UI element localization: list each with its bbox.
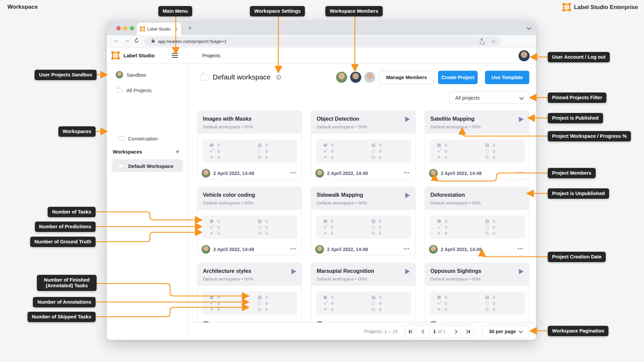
project-workspace-progress: Default workspace • 00% xyxy=(430,277,524,282)
predictions-icon: + xyxy=(323,301,328,306)
project-menu-icon[interactable]: ••• xyxy=(518,170,524,175)
maximize-window-button[interactable] xyxy=(130,26,134,31)
annotations-icon xyxy=(258,149,262,154)
stat-tasks: 0 xyxy=(210,294,258,300)
finished-tasks-icon: ✓ xyxy=(371,295,376,300)
workspace-member-avatar[interactable] xyxy=(336,72,347,83)
pinned-projects-filter[interactable]: All projects xyxy=(449,91,529,104)
project-card[interactable]: Opposum Sightings Default workspace • 00… xyxy=(425,263,529,322)
add-workspace-button[interactable]: + xyxy=(175,148,179,156)
project-card[interactable]: Satellite Mapping Default workspace • 00… xyxy=(425,111,529,179)
stat-predictions: +0 xyxy=(437,224,485,230)
project-card[interactable]: Sidewalk Mapping Default workspace • 00%… xyxy=(311,187,416,255)
project-creator-avatar xyxy=(429,169,438,178)
sidebar-item-default-workspace[interactable]: Default Workspace xyxy=(112,159,183,172)
tab-strip-chevron-icon[interactable] xyxy=(527,25,531,30)
user-account-avatar[interactable] xyxy=(519,50,530,61)
reload-icon[interactable] xyxy=(135,39,139,43)
enterprise-brand: Label Studio Enterprise xyxy=(563,4,638,11)
project-card[interactable]: Images with Masks Default workspace • 00… xyxy=(197,111,302,179)
project-creation-date: 2 April 2022, 14:48 xyxy=(327,171,368,176)
last-page-button[interactable] xyxy=(462,325,474,338)
project-card[interactable]: Architecture styles Default workspace • … xyxy=(197,263,302,322)
stat-finished: ✓0 xyxy=(485,218,525,224)
first-page-button[interactable] xyxy=(405,325,418,338)
sidebar-item-all-projects[interactable]: All Projects xyxy=(116,87,152,93)
use-template-button[interactable]: Use Template xyxy=(485,71,529,84)
stat-finished: ✓0 xyxy=(371,294,412,300)
skipped-tasks-icon xyxy=(371,155,376,160)
project-card-footer: 2 April 2022, 14:48 ••• xyxy=(311,167,415,179)
workspace-settings-gear-icon[interactable]: ⚙ xyxy=(275,73,282,81)
projects-grid: Images with Masks Default workspace • 00… xyxy=(197,111,529,322)
main-menu-icon[interactable] xyxy=(172,53,178,58)
project-creation-date: 2 April 2022, 14:48 xyxy=(213,171,254,176)
per-page-value: 30 per page xyxy=(489,329,516,334)
project-card[interactable]: Marsupial Recognition Default workspace … xyxy=(311,263,416,322)
bookmark-star-icon[interactable]: ☆ xyxy=(491,39,496,44)
callout-number-predictions: Number of Predictions xyxy=(35,222,96,232)
project-title: Satellite Mapping xyxy=(430,116,524,122)
project-card-footer: 2 April 2022, 14:48 ••• xyxy=(425,319,529,322)
callout-number-annotations: Number of Annotations xyxy=(33,297,96,307)
workspace-member-avatar[interactable] xyxy=(350,72,361,83)
close-window-button[interactable] xyxy=(116,26,121,31)
app-logo-icon[interactable] xyxy=(112,52,119,59)
project-card[interactable]: Object Detection Default workspace • 00%… xyxy=(311,111,416,179)
stat-ground-truth: ★0 xyxy=(323,306,371,312)
stat-skipped: 0 xyxy=(485,230,525,236)
lock-icon xyxy=(152,40,155,43)
stat-ground-truth: ★0 xyxy=(323,154,371,160)
tab-close-icon[interactable]: × xyxy=(175,27,178,32)
new-tab-button[interactable]: + xyxy=(186,24,194,32)
share-icon[interactable] xyxy=(480,41,484,44)
project-card-footer: 2 April 2022, 14:48 ••• xyxy=(198,243,302,255)
stat-ground-truth: ★0 xyxy=(210,154,258,160)
stat-skipped: 0 xyxy=(371,154,412,160)
project-workspace-progress: Default workspace • 00% xyxy=(203,277,296,282)
next-page-button[interactable] xyxy=(449,325,462,338)
sandbox-label: Sandbox xyxy=(126,72,146,78)
stat-ground-truth: ★0 xyxy=(210,306,258,312)
minimize-window-button[interactable] xyxy=(123,26,127,31)
address-bar[interactable]: app.heartex.com/projects?page=1 ☆ xyxy=(144,37,500,46)
forward-icon[interactable]: → xyxy=(124,37,130,44)
per-page-select[interactable]: 30 per page xyxy=(482,325,529,338)
annotations-icon xyxy=(485,149,490,154)
sidebar-item-sandbox[interactable]: Sandbox xyxy=(116,71,146,78)
browser-window: Label Studio × + ← → app.heartex.com/pro… xyxy=(107,20,536,340)
tab-favicon-icon xyxy=(140,27,145,31)
stat-predictions: +0 xyxy=(210,300,258,306)
manage-members-button[interactable]: Manage Members xyxy=(379,71,434,84)
sidebar-item-conversation[interactable]: Conversation xyxy=(118,136,158,141)
previous-page-button[interactable] xyxy=(418,325,430,338)
predictions-icon: + xyxy=(323,149,328,154)
folder-icon xyxy=(118,164,124,168)
project-menu-icon[interactable]: ••• xyxy=(290,246,296,251)
project-menu-icon[interactable]: ••• xyxy=(404,246,410,251)
stat-skipped: 0 xyxy=(258,154,298,160)
project-menu-icon[interactable]: ••• xyxy=(518,246,524,251)
project-card-header: Satellite Mapping Default workspace • 00… xyxy=(425,111,529,134)
browser-tab[interactable]: Label Studio × xyxy=(137,23,181,35)
stat-finished: ✓0 xyxy=(258,142,298,148)
project-creator-avatar xyxy=(202,169,210,178)
finished-tasks-icon: ✓ xyxy=(258,219,262,224)
stat-skipped: 0 xyxy=(485,154,525,160)
default-workspace-label: Default Workspace xyxy=(128,163,173,169)
project-stats: 0 +0 ★0 ✓0 0 0 xyxy=(316,139,411,163)
finished-tasks-icon: ✓ xyxy=(485,219,490,224)
workspace-member-avatar[interactable] xyxy=(364,72,375,83)
ground-truth-icon: ★ xyxy=(437,231,442,236)
project-menu-icon[interactable]: ••• xyxy=(290,170,296,175)
project-card[interactable]: Deforestation Default workspace • 00% 0 … xyxy=(425,187,529,255)
create-project-button[interactable]: Create Project xyxy=(438,71,478,84)
app-page-title: Projects xyxy=(202,53,220,58)
stat-ground-truth: ★0 xyxy=(437,154,485,160)
stat-finished: ✓0 xyxy=(485,142,525,148)
project-card[interactable]: Vehicle color coding Default workspace •… xyxy=(197,187,302,255)
project-menu-icon[interactable]: ••• xyxy=(404,170,410,175)
play-icon xyxy=(519,117,524,122)
annotations-icon xyxy=(371,301,376,306)
back-icon[interactable]: ← xyxy=(113,37,119,44)
